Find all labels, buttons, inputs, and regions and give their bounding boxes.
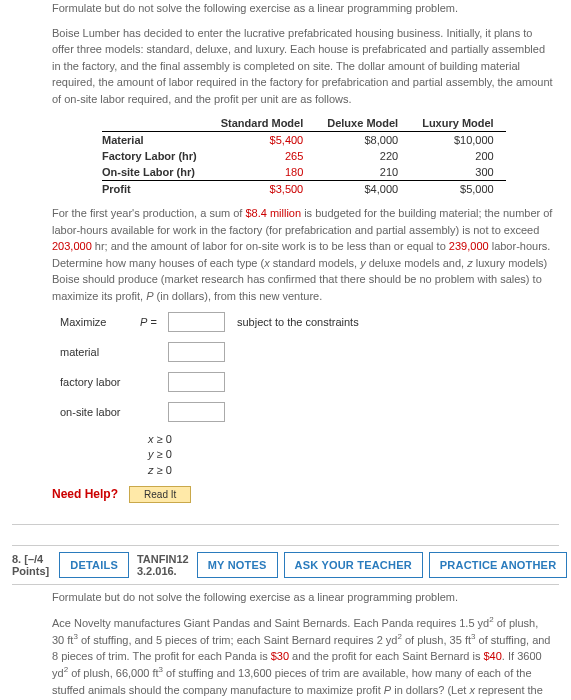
q8-header: 8. [–/4 Points] DETAILS TANFIN12 3.2.016… xyxy=(0,546,571,584)
source-ref: TANFIN12 3.2.016. xyxy=(137,553,189,577)
p1-input-material[interactable] xyxy=(168,342,225,362)
p1-input-onsite[interactable] xyxy=(168,402,225,422)
col-deluxe: Deluxe Model xyxy=(315,115,410,132)
row-onsite: On-site Labor (hr) xyxy=(102,164,209,181)
q8-number: 8. [–/4 Points] xyxy=(12,553,49,577)
label-material: material xyxy=(60,346,140,358)
practice-another-button[interactable]: PRACTICE ANOTHER xyxy=(429,552,567,578)
subject-label: subject to the constraints xyxy=(237,316,359,328)
details-button[interactable]: DETAILS xyxy=(59,552,129,578)
p1-desc: Boise Lumber has decided to enter the lu… xyxy=(52,25,553,108)
ask-teacher-button[interactable]: ASK YOUR TEACHER xyxy=(284,552,423,578)
p1-input-objective[interactable] xyxy=(168,312,225,332)
col-luxury: Luxury Model xyxy=(410,115,506,132)
p2-intro: Formulate but do not solve the following… xyxy=(52,589,553,606)
row-material: Material xyxy=(102,132,209,149)
p1-table: Standard Model Deluxe Model Luxury Model… xyxy=(102,115,506,197)
need-help-label: Need Help? xyxy=(52,487,118,501)
label-factory: factory labor xyxy=(60,376,140,388)
p1-intro: Formulate but do not solve the following… xyxy=(52,0,553,17)
p1-input-factory[interactable] xyxy=(168,372,225,392)
row-profit: Profit xyxy=(102,181,209,198)
row-factory: Factory Labor (hr) xyxy=(102,148,209,164)
label-onsite: on-site labor xyxy=(60,406,140,418)
p2-desc: Ace Novelty manufactures Giant Pandas an… xyxy=(52,614,553,700)
p1-para2: For the first year's production, a sum o… xyxy=(52,205,553,304)
read-it-button[interactable]: Read It xyxy=(129,486,191,503)
mynotes-button[interactable]: MY NOTES xyxy=(197,552,278,578)
p1-nonneg: x ≥ 0 y ≥ 0 z ≥ 0 xyxy=(148,432,553,478)
col-standard: Standard Model xyxy=(209,115,316,132)
maximize-label: Maximize xyxy=(60,316,140,328)
